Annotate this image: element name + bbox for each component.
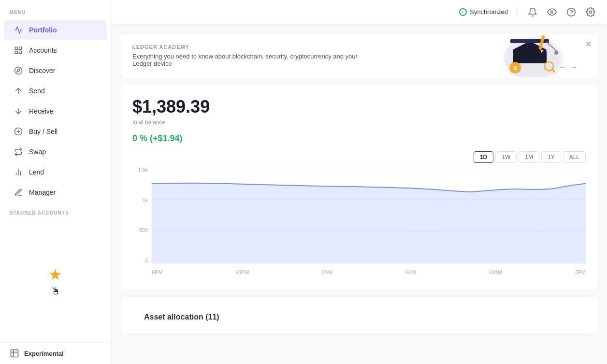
manager-icon (14, 188, 23, 197)
sidebar-item-lend[interactable]: Lend (4, 162, 107, 182)
topbar-divider (518, 7, 518, 17)
starred-area: ★ 🖱 (0, 219, 111, 342)
svg-point-14 (551, 11, 553, 13)
sidebar-label-send: Send (29, 87, 45, 95)
sidebar-item-swap[interactable]: Swap (4, 142, 107, 161)
portfolio-chart: 1.5k 1k 500 0 (132, 167, 586, 278)
sidebar-label-receive: Receive (29, 107, 54, 115)
time-btn-1d[interactable]: 1D (474, 151, 493, 163)
chart-x-6pm: 6PM (152, 269, 163, 275)
svg-rect-2 (15, 51, 17, 54)
lend-icon (14, 167, 23, 177)
academy-illustration: $ (481, 34, 568, 77)
academy-nav: ← → (559, 63, 578, 72)
accounts-icon (14, 45, 23, 55)
star-icon: ★ (48, 265, 62, 284)
asset-allocation-title: Asset allocation (11) (132, 305, 586, 325)
balance-label: total balance (132, 119, 586, 126)
academy-text: LEDGER ACADEMY Everything you need to kn… (132, 44, 374, 67)
time-btn-1m[interactable]: 1M (519, 151, 539, 163)
svg-point-15 (567, 8, 576, 16)
sidebar-item-portfolio[interactable]: Portfolio (4, 20, 107, 40)
sidebar-label-buy-sell: Buy / Sell (29, 128, 58, 135)
gear-icon[interactable] (586, 7, 595, 17)
sidebar-item-discover[interactable]: Discover (4, 61, 107, 80)
starred-accounts-label: STARRED ACCOUNTS (0, 203, 111, 219)
balance-amount: $1,389.39 (132, 97, 586, 117)
chart-y-500: 500 (139, 227, 148, 233)
help-icon[interactable] (566, 7, 576, 17)
portfolio-card: $1,389.39 total balance 0 % (+$1.94) 1D … (121, 85, 597, 290)
sidebar: MENU Portfolio Accounts Discover (0, 0, 111, 364)
time-btn-1w[interactable]: 1W (495, 151, 517, 163)
chart-y-labels: 1.5k 1k 500 0 (132, 167, 150, 263)
buy-sell-icon (14, 127, 23, 136)
sidebar-item-send[interactable]: Send (4, 81, 107, 101)
sidebar-label-accounts: Accounts (29, 46, 57, 54)
svg-point-23 (554, 51, 558, 55)
experimental-icon (10, 349, 19, 358)
menu-label: MENU (0, 0, 111, 20)
academy-description: Everything you need to know about blockc… (132, 53, 374, 67)
sidebar-label-swap: Swap (29, 148, 46, 156)
time-btn-1y[interactable]: 1Y (541, 151, 561, 163)
bell-icon[interactable] (528, 7, 537, 17)
chart-x-2pm: 2PM (575, 269, 586, 275)
sidebar-label-manager: Manager (29, 189, 56, 196)
academy-banner: LEDGER ACADEMY Everything you need to kn… (121, 34, 597, 77)
academy-next-button[interactable]: → (570, 63, 578, 72)
academy-title: LEDGER ACADEMY (132, 44, 374, 50)
svg-point-4 (15, 67, 22, 74)
svg-rect-3 (19, 51, 22, 54)
experimental-item[interactable]: Experimental (0, 342, 111, 364)
svg-text:$: $ (514, 65, 517, 72)
sidebar-label-lend: Lend (29, 168, 44, 176)
chart-svg-area (152, 167, 586, 263)
sync-dot-icon (459, 8, 467, 16)
chart-x-labels: 6PM 10PM 2AM 6AM 10AM 2PM (152, 266, 586, 278)
chart-y-1k: 1k (142, 197, 148, 203)
sidebar-label-discover: Discover (29, 67, 55, 74)
topbar: Synchronized (111, 0, 607, 24)
swap-icon (14, 147, 23, 157)
experimental-label: Experimental (24, 350, 64, 357)
chart-x-6am: 6AM (405, 269, 416, 275)
asset-allocation-card: Asset allocation (11) (121, 297, 597, 333)
chart-x-10pm: 10PM (235, 269, 249, 275)
chart-icon (14, 25, 23, 35)
sync-label: Synchronized (470, 8, 508, 15)
sync-badge: Synchronized (459, 8, 508, 16)
academy-close-button[interactable]: ✕ (585, 40, 592, 49)
discover-icon (14, 66, 23, 75)
svg-point-17 (590, 11, 592, 13)
chart-y-1.5k: 1.5k (138, 167, 148, 173)
cursor-icon: 🖱 (51, 286, 60, 297)
eye-icon[interactable] (547, 7, 557, 17)
chart-x-2am: 2AM (321, 269, 332, 275)
sidebar-item-receive[interactable]: Receive (4, 102, 107, 121)
svg-marker-5 (17, 69, 20, 72)
sidebar-item-buy-sell[interactable]: Buy / Sell (4, 122, 107, 141)
sidebar-item-manager[interactable]: Manager (4, 183, 107, 202)
send-icon (14, 86, 23, 96)
academy-prev-button[interactable]: ← (559, 63, 566, 72)
sidebar-label-portfolio: Portfolio (29, 26, 57, 34)
svg-rect-0 (15, 47, 17, 49)
balance-change: 0 % (+$1.94) (132, 133, 586, 144)
sidebar-item-accounts[interactable]: Accounts (4, 41, 107, 60)
main-content: Synchronized LEDGER AC (111, 0, 607, 364)
chart-x-10am: 10AM (489, 269, 503, 275)
time-range-buttons: 1D 1W 1M 1Y ALL (132, 151, 586, 163)
svg-rect-1 (19, 47, 22, 49)
page-content: LEDGER ACADEMY Everything you need to kn… (111, 24, 607, 343)
receive-icon (14, 106, 23, 116)
chart-y-0: 0 (145, 258, 148, 263)
time-btn-all[interactable]: ALL (563, 151, 586, 163)
